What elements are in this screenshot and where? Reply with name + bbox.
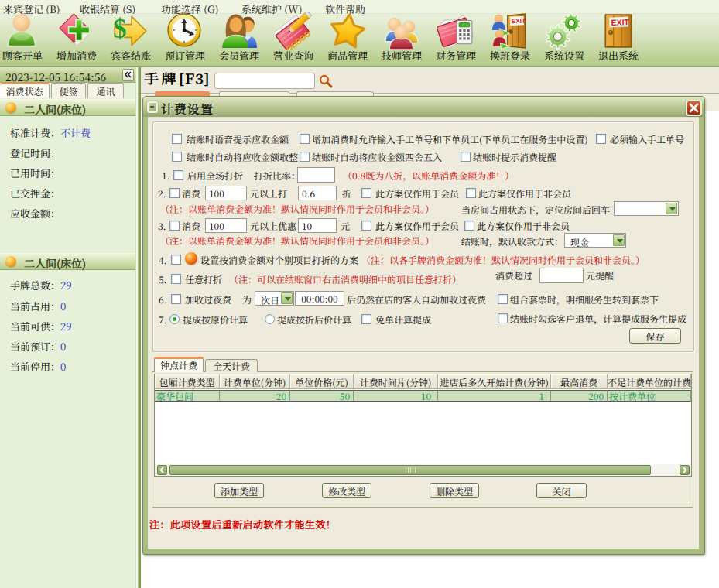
svg-text:$: $ — [113, 13, 127, 44]
svg-text:EXIT: EXIT — [611, 18, 629, 27]
svg-text:EXIT: EXIT — [511, 17, 526, 26]
